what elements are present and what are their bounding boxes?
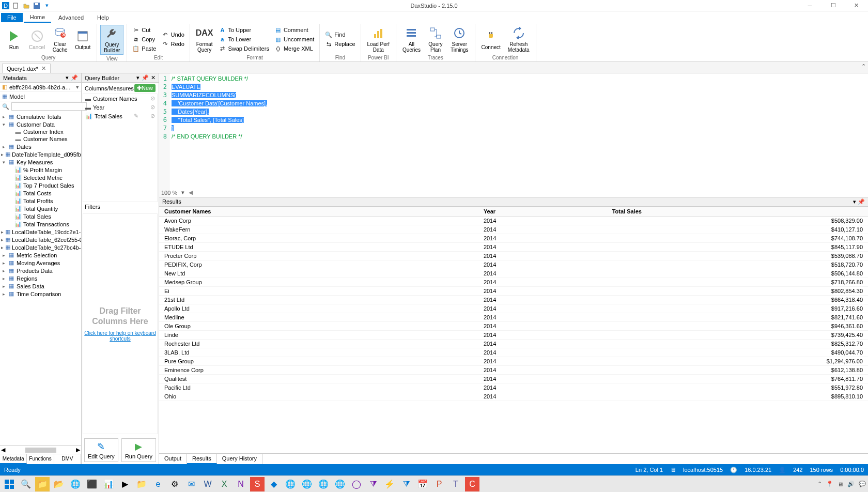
dropdown-icon[interactable]: ▾ — [853, 198, 856, 205]
minimize-ribbon-icon[interactable]: ⌃ — [861, 63, 866, 70]
table-row[interactable]: Ole Group2014$946,361.60 — [159, 322, 868, 331]
tree-table[interactable]: ▸▦DateTableTemplate_d095fb — [0, 150, 81, 158]
tray-location-icon[interactable]: 📍 — [826, 481, 833, 487]
tab-functions[interactable]: Functions — [27, 454, 54, 464]
taskbar-app-22[interactable]: ⚡ — [382, 477, 397, 491]
expander-icon[interactable]: ▸ — [1, 276, 6, 281]
taskbar-word-icon[interactable]: W — [200, 477, 215, 491]
taskbar-app-9[interactable]: ⚙ — [167, 477, 182, 491]
taskbar-app-19[interactable]: 🌐 — [333, 477, 347, 491]
taskbar-app-7[interactable]: 📁 — [134, 477, 149, 491]
tab-home[interactable]: Home — [24, 12, 51, 23]
all-queries-button[interactable]: All Queries — [399, 25, 424, 54]
taskbar-vscode-icon[interactable]: ⧩ — [399, 477, 413, 491]
tree-table[interactable]: ▸▦Time Comparison — [0, 290, 81, 298]
table-row[interactable]: 21st Ltd2014$664,318.40 — [159, 296, 868, 304]
qat-dropdown-icon[interactable]: ▾ — [43, 2, 51, 9]
tree-column[interactable]: ▬Customer Names — [0, 135, 81, 143]
tree-measure[interactable]: 📊Total Sales — [0, 212, 81, 220]
taskbar-app-15[interactable]: ◆ — [267, 477, 281, 491]
run-query-button[interactable]: ▶ Run Query — [121, 438, 156, 462]
taskbar-app-3[interactable]: 🌐 — [68, 477, 83, 491]
tab-advanced[interactable]: Advanced — [52, 13, 90, 22]
tab-query-history[interactable]: Query History — [217, 454, 262, 464]
open-icon[interactable] — [23, 2, 30, 9]
filters-help-link[interactable]: Click here for help on keyboard shortcut… — [83, 330, 157, 342]
taskbar-app-24[interactable]: 📅 — [415, 477, 430, 491]
tree-measure[interactable]: 📊Selected Metric — [0, 174, 81, 181]
expander-icon[interactable]: ▾ — [1, 122, 6, 127]
load-perf-button[interactable]: Load Perf Data — [364, 25, 393, 54]
tree-measure[interactable]: 📊% Profit Margin — [0, 166, 81, 174]
copy-button[interactable]: ⧉Copy — [130, 35, 158, 43]
format-query-button[interactable]: DAX Format Query — [193, 25, 216, 54]
tree-table[interactable]: ▾▦Key Measures — [0, 158, 81, 166]
scroll-left-icon[interactable]: ◀ — [189, 189, 193, 196]
to-lower-button[interactable]: aTo Lower — [216, 35, 271, 43]
tree-table[interactable]: ▸▦LocalDateTable_62cef255-0 — [0, 236, 81, 243]
replace-button[interactable]: ⇆Replace — [323, 40, 357, 48]
taskbar-app-10[interactable]: ✉ — [184, 477, 198, 491]
paste-button[interactable]: 📋Paste — [130, 44, 158, 53]
tray-expand-icon[interactable]: ⌃ — [817, 481, 822, 487]
refresh-metadata-button[interactable]: Refresh Metadata — [505, 25, 533, 54]
table-row[interactable]: Eminence Corp2014$612,138.80 — [159, 366, 868, 375]
pin-icon[interactable]: 📌 — [142, 74, 149, 81]
column-header[interactable]: Year — [478, 207, 607, 217]
tab-output[interactable]: Output — [159, 454, 187, 464]
tree-measure[interactable]: 📊Total Quantity — [0, 205, 81, 212]
cut-button[interactable]: ✂Cut — [130, 26, 158, 34]
search-taskbar-icon[interactable]: 🔍 — [19, 477, 33, 491]
taskbar-onenote-icon[interactable]: N — [234, 477, 248, 491]
taskbar-app-6[interactable]: ▶ — [118, 477, 132, 491]
table-row[interactable]: Ei2014$802,854.30 — [159, 287, 868, 296]
to-upper-button[interactable]: ATo Upper — [216, 26, 271, 34]
expander-icon[interactable]: ▸ — [1, 245, 4, 250]
remove-icon[interactable]: ⊘ — [150, 95, 155, 102]
code-editor[interactable]: 12345678 /* START QUERY BUILDER */ EVALU… — [159, 73, 868, 197]
dropdown-icon[interactable]: ▾ — [66, 74, 69, 81]
taskbar-app-5[interactable]: 📊 — [101, 477, 116, 491]
remove-icon[interactable]: ⊘ — [150, 104, 155, 111]
zoom-indicator[interactable]: 100 % ▾ ◀ — [161, 189, 193, 196]
server-timings-button[interactable]: Server Timings — [447, 25, 472, 54]
tray-network-icon[interactable]: 🖥 — [838, 481, 843, 487]
column-header[interactable]: Total Sales — [607, 207, 868, 217]
zoom-dropdown-icon[interactable]: ▾ — [181, 189, 184, 196]
chevron-down-icon[interactable]: ▾ — [76, 84, 79, 90]
expander-icon[interactable]: ▸ — [1, 260, 6, 266]
tree-column[interactable]: ▬Customer Index — [0, 128, 81, 135]
remove-icon[interactable]: ⊘ — [150, 113, 155, 119]
taskbar-vs-icon[interactable]: ⧩ — [366, 477, 380, 491]
tab-dmv[interactable]: DMV — [54, 454, 81, 464]
new-measure-button[interactable]: ✚New — [134, 84, 156, 92]
new-icon[interactable] — [12, 2, 20, 9]
tab-results[interactable]: Results — [187, 454, 217, 464]
taskbar-app-2[interactable]: 📂 — [52, 477, 66, 491]
table-row[interactable]: 3LAB, Ltd2014$490,044.70 — [159, 348, 868, 357]
horizontal-scrollbar[interactable]: ◀ ▶ — [0, 445, 81, 454]
clear-cache-button[interactable]: ✕ Clear Cache — [49, 25, 71, 54]
taskbar-app-8[interactable]: e — [151, 477, 165, 491]
qb-item[interactable]: ▬Year⊘ — [83, 103, 157, 112]
close-button[interactable]: ✕ — [845, 0, 868, 11]
dropdown-icon[interactable]: ▾ — [136, 74, 140, 81]
pin-icon[interactable]: 📌 — [71, 74, 78, 81]
tree-table[interactable]: ▸▦Cumulative Totals — [0, 113, 81, 120]
expander-icon[interactable]: ▾ — [1, 160, 6, 165]
edit-query-button[interactable]: ✎ Edit Query — [84, 438, 118, 462]
tray-volume-icon[interactable]: 🔊 — [847, 481, 855, 487]
taskbar-app-14[interactable]: S — [250, 477, 265, 491]
tree-table[interactable]: ▸▦LocalDateTable_9c27bc4b- — [0, 243, 81, 251]
tree-measure[interactable]: 📊Total Costs — [0, 189, 81, 197]
tree-table[interactable]: ▸▦Sales Data — [0, 282, 81, 290]
tree-table[interactable]: ▸▦Moving Averages — [0, 259, 81, 267]
pin-icon[interactable]: 📌 — [858, 198, 865, 205]
taskbar-app-18[interactable]: 🌐 — [316, 477, 331, 491]
taskbar-teams-icon[interactable]: T — [448, 477, 463, 491]
expander-icon[interactable]: ▸ — [1, 253, 6, 258]
expander-icon[interactable]: ▸ — [1, 229, 4, 235]
scroll-left-icon[interactable]: ◀ — [1, 447, 5, 453]
table-row[interactable]: Medline2014$821,741.60 — [159, 313, 868, 322]
minimize-button[interactable]: ─ — [798, 0, 822, 11]
